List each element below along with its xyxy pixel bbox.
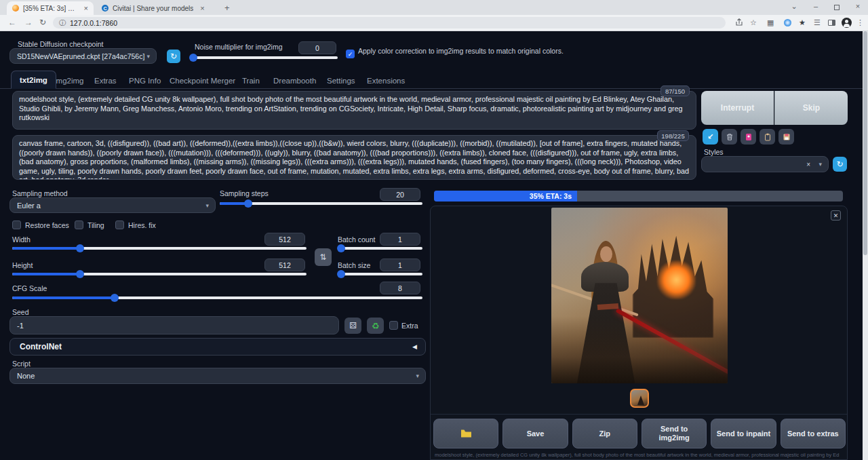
side-panel-icon[interactable] — [828, 20, 835, 26]
checkpoint-value: SD15NewVAEpruned.ckpt [27a4ac756c] — [17, 52, 144, 60]
window-chevron-icon[interactable]: ⌄ — [787, 2, 802, 11]
window-close-icon[interactable]: × — [850, 2, 865, 10]
chevron-down-icon: ▾ — [146, 53, 150, 60]
paste-params-button[interactable]: ↙ — [703, 129, 718, 145]
send-to-img2img-button[interactable]: Send to img2img — [642, 419, 707, 448]
save-button[interactable]: Save — [502, 419, 568, 448]
recycle-icon: ♻ — [372, 321, 380, 331]
script-select[interactable]: None ▾ — [9, 368, 426, 384]
skip-button[interactable]: Skip — [774, 91, 848, 125]
sampling-method-value: Euler a — [17, 202, 41, 210]
apply-style-button[interactable] — [760, 129, 775, 145]
reuse-seed-button[interactable]: ♻ — [367, 318, 384, 334]
profile-avatar[interactable] — [842, 18, 852, 28]
extension-dark-icon[interactable]: ★ — [799, 18, 806, 27]
browser-tabstrip: [35% ETA: 3s] Stable Diffusion × C Civit… — [0, 0, 868, 15]
tab-train[interactable]: Train — [242, 73, 260, 89]
clear-prompt-button[interactable] — [722, 129, 737, 145]
color-correction-checkbox[interactable]: ✓ — [346, 50, 355, 58]
batch-size-label: Batch size — [338, 261, 370, 269]
tiling-checkbox[interactable] — [75, 221, 83, 229]
tab-close-icon[interactable]: × — [84, 4, 88, 12]
reload-icon[interactable]: ↻ — [39, 18, 46, 27]
new-tab-button[interactable]: + — [224, 3, 230, 13]
tab-png-info[interactable]: PNG Info — [129, 73, 161, 89]
site-info-icon[interactable]: ⓘ — [59, 18, 66, 28]
noise-multiplier-label: Noise multiplier for img2img — [195, 43, 283, 51]
restore-faces-checkbox[interactable] — [12, 221, 21, 229]
extension-blue-icon[interactable] — [784, 19, 791, 26]
seed-input[interactable]: -1 — [9, 316, 339, 334]
share-icon[interactable] — [735, 18, 743, 28]
browser-tab-title: Civitai | Share your models — [113, 5, 193, 12]
prompt-input[interactable]: modelshoot style, (extremely detailed CG… — [12, 91, 696, 130]
window-restore-icon[interactable] — [834, 5, 840, 10]
checkpoint-refresh-button[interactable]: ↻ — [167, 50, 180, 63]
window-minimize-icon[interactable]: – — [808, 2, 823, 10]
negative-prompt-input[interactable]: canvas frame, cartoon, 3d, ((disfigured)… — [12, 135, 696, 180]
height-slider[interactable] — [12, 270, 307, 278]
extra-seed-label: Extra — [401, 322, 418, 330]
send-to-inpaint-button[interactable]: Send to inpaint — [711, 419, 776, 448]
swap-dimensions-button[interactable]: ⇅ — [315, 248, 332, 266]
cfg-scale-slider[interactable] — [12, 294, 422, 302]
batch-size-slider[interactable] — [338, 270, 422, 278]
checkpoint-select[interactable]: SD15NewVAEpruned.ckpt [27a4ac756c] ▾ — [9, 48, 157, 64]
tab-dreambooth[interactable]: Dreambooth — [273, 73, 316, 89]
batch-count-label: Batch count — [338, 235, 375, 244]
styles-select[interactable]: × ▾ — [701, 156, 829, 172]
controlnet-accordion[interactable]: ControlNet ◀ — [9, 338, 426, 356]
width-slider[interactable] — [12, 244, 307, 252]
browser-tab-stable-diffusion[interactable]: [35% ETA: 3s] Stable Diffusion × — [7, 1, 94, 15]
open-folder-button[interactable] — [433, 419, 498, 448]
gallery-thumbnail-selected[interactable] — [630, 389, 649, 408]
tab-checkpoint-merger[interactable]: Checkpoint Merger — [170, 73, 235, 89]
color-correction-label: Apply color correction to img2img result… — [358, 46, 574, 56]
browser-tab-civitai[interactable]: C Civitai | Share your models × — [96, 1, 218, 15]
noise-multiplier-slider[interactable] — [191, 54, 338, 62]
generation-info-text: modelshoot style, (extremely detailed CG… — [435, 452, 843, 460]
zip-button[interactable]: Zip — [572, 419, 637, 448]
browser-tab-title: [35% ETA: 3s] Stable Diffusion — [23, 5, 77, 12]
vignette — [551, 208, 728, 383]
forward-icon[interactable]: → — [24, 18, 33, 27]
styles-label: Styles — [704, 148, 724, 156]
extra-seed-checkbox[interactable] — [389, 321, 398, 330]
progress-fill: 35% ETA: 3s — [434, 191, 577, 202]
address-bar[interactable]: ⓘ 127.0.0.1:7860 — [53, 17, 726, 28]
hires-fix-label: Hires. fix — [128, 221, 156, 229]
noise-multiplier-value[interactable]: 0 — [298, 41, 336, 54]
send-to-extras-button[interactable]: Send to extras — [781, 419, 846, 448]
tab-img2img[interactable]: img2img — [54, 73, 83, 89]
chevron-down-icon: ▾ — [818, 161, 822, 168]
sampling-method-label: Sampling method — [12, 189, 68, 197]
reading-list-icon[interactable]: ☰ — [814, 18, 821, 27]
tab-settings[interactable]: Settings — [327, 73, 355, 89]
sampling-method-select[interactable]: Euler a ▾ — [9, 197, 216, 213]
sampling-steps-label: Sampling steps — [220, 189, 269, 197]
random-seed-button[interactable]: ⚄ — [344, 318, 361, 334]
generated-image[interactable] — [551, 208, 728, 383]
tab-extensions[interactable]: Extensions — [367, 73, 405, 89]
save-style-button[interactable] — [778, 129, 794, 145]
page-scrollbar-thumb[interactable] — [863, 31, 867, 255]
extension-grid-icon[interactable]: ▦ — [767, 18, 774, 27]
gallery-separator — [431, 414, 848, 415]
hires-fix-checkbox[interactable] — [115, 221, 124, 229]
folder-icon — [460, 429, 472, 438]
tab-close-icon[interactable]: × — [200, 4, 204, 12]
civitai-favicon-icon: C — [102, 5, 108, 12]
extra-networks-button[interactable] — [741, 129, 756, 145]
tab-txt2img[interactable]: txt2img — [11, 71, 56, 89]
bookmark-star-icon[interactable]: ☆ — [750, 18, 757, 27]
browser-menu-icon[interactable]: ⋮ — [856, 18, 864, 27]
tab-extras[interactable]: Extras — [94, 73, 117, 89]
back-icon[interactable]: ← — [8, 18, 16, 27]
batch-count-slider[interactable] — [338, 244, 422, 252]
styles-refresh-button[interactable]: ↻ — [833, 157, 847, 172]
sampling-steps-slider[interactable] — [220, 199, 422, 208]
close-preview-icon[interactable]: ✕ — [831, 210, 841, 221]
interrupt-button[interactable]: Interrupt — [701, 91, 774, 125]
cfg-scale-value[interactable]: 8 — [380, 282, 420, 294]
styles-clear-icon[interactable]: × — [806, 161, 810, 168]
